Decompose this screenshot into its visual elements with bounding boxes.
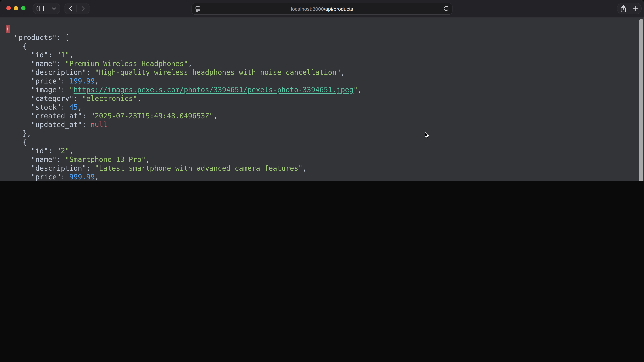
traffic-light-zoom[interactable]: [21, 6, 26, 10]
sidebar-icon: [36, 6, 44, 11]
reload-icon: [443, 6, 449, 12]
chevron-down-icon: [52, 7, 56, 10]
sidebar-toggle-button[interactable]: [33, 3, 48, 14]
code-line: "created_at": "2025-07-23T15:49:48.04965…: [6, 112, 644, 120]
forward-button[interactable]: [77, 3, 89, 14]
code-line: "category": "electronics",: [6, 94, 644, 103]
scrollbar-thumb[interactable]: [639, 19, 643, 181]
json-code: { "products": [ { "id": "1", "name": "Pr…: [0, 17, 644, 181]
new-tab-button[interactable]: [630, 3, 641, 14]
traffic-light-minimize[interactable]: [14, 6, 18, 10]
code-line: "products": [: [6, 33, 644, 42]
code-line: {: [6, 138, 644, 146]
url-path: /api/products: [324, 6, 353, 11]
forward-icon: [81, 6, 85, 11]
share-button[interactable]: [617, 3, 630, 14]
url-text: localhost:3000/api/products: [192, 3, 452, 14]
history-button-group: [64, 3, 90, 14]
back-icon: [68, 6, 72, 11]
code-line: "image": "https://images.pexels.com/phot…: [6, 85, 644, 94]
code-line: {: [6, 24, 644, 33]
code-line: "stock": 45,: [6, 103, 644, 112]
code-line: "name": "Premium Wireless Headphones",: [6, 59, 644, 68]
url-host: localhost:3000: [291, 6, 324, 11]
code-line: "name": "Smartphone 13 Pro",: [6, 155, 644, 164]
screen: localhost:3000/api/products: [0, 0, 644, 181]
action-button-group: [617, 3, 642, 14]
code-line: "updated_at": null: [6, 120, 644, 129]
url-link[interactable]: https://images.pexels.com/photos/3394651…: [74, 86, 354, 94]
reload-button[interactable]: [443, 3, 449, 14]
code-line: "price": 999.99,: [6, 173, 644, 181]
code-line: "price": 199.99,: [6, 77, 644, 85]
code-line: },: [6, 129, 644, 138]
code-line: "description": "High-quality wireless he…: [6, 68, 644, 77]
code-line: "id": "1",: [6, 51, 644, 59]
share-icon: [620, 5, 626, 12]
code-line: "id": "2",: [6, 146, 644, 155]
new-tab-icon: [633, 6, 638, 11]
code-line: "description": "Latest smartphone with a…: [6, 164, 644, 173]
open-brace-highlight: {: [6, 25, 10, 33]
traffic-light-close[interactable]: [6, 6, 11, 10]
tab-group-menu-button[interactable]: [48, 3, 60, 14]
back-button[interactable]: [64, 3, 76, 14]
sidebar-button-group: [32, 3, 60, 14]
browser-toolbar: localhost:3000/api/products: [0, 0, 644, 17]
browser-window: localhost:3000/api/products: [0, 0, 644, 181]
address-bar[interactable]: localhost:3000/api/products: [192, 3, 452, 15]
code-line: {: [6, 42, 644, 51]
